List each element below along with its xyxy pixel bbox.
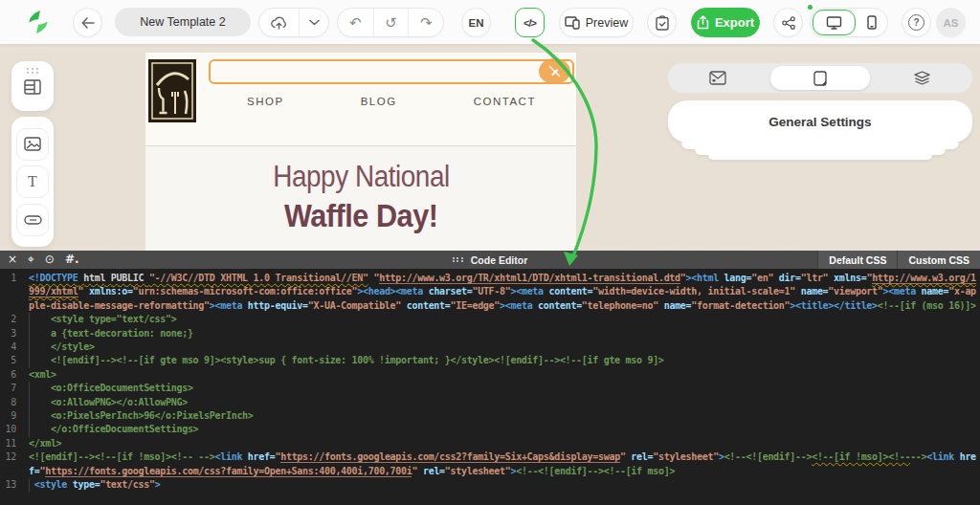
save-to-cloud-button[interactable] bbox=[259, 9, 300, 36]
app-window: ↶ ↺ ↷ EN </> Preview Export bbox=[0, 0, 980, 505]
line-number: 5 bbox=[0, 354, 29, 367]
collapsed-card-stack bbox=[708, 155, 932, 160]
code-line[interactable]: 2 <style type="text/css"> bbox=[0, 313, 980, 326]
app-logo-icon[interactable] bbox=[27, 10, 50, 34]
line-number: 3 bbox=[0, 327, 29, 340]
email-header-section: SHOP BLOG CONTACT bbox=[145, 53, 576, 145]
custom-css-button[interactable]: Custom CSS bbox=[897, 251, 980, 269]
content-blocks-card: T bbox=[11, 117, 54, 247]
tab-message-settings[interactable] bbox=[668, 63, 768, 93]
settings-panel: General Settings bbox=[668, 63, 972, 160]
email-template: SHOP BLOG CONTACT Happy National Waffle … bbox=[145, 53, 576, 251]
code-line[interactable]: 12<![endif]--><!--[if !mso]><!-- --><lin… bbox=[0, 450, 980, 478]
text-icon: T bbox=[28, 173, 37, 190]
edit-disabled-badge bbox=[539, 58, 570, 84]
chevron-down-icon bbox=[309, 19, 320, 26]
line-number: 12 bbox=[0, 450, 29, 478]
code-lines[interactable]: 1<!DOCTYPE html PUBLIC "-//W3C//DTD XHTM… bbox=[0, 269, 980, 493]
code-editor-panel: × ⌖ ⊙ #. Code Editor Default CSS Custom … bbox=[0, 251, 980, 505]
locate-target-icon[interactable]: ⌖ bbox=[28, 251, 34, 269]
general-settings-accordion[interactable]: General Settings bbox=[668, 100, 972, 143]
test-email-button[interactable] bbox=[647, 8, 677, 37]
drag-handle-icon bbox=[453, 257, 464, 263]
email-hero-section: Happy National Waffle Day! bbox=[145, 145, 576, 251]
image-icon bbox=[24, 137, 41, 151]
layers-icon bbox=[914, 71, 930, 85]
code-line[interactable]: 4 </style> bbox=[0, 340, 980, 354]
button-icon bbox=[24, 215, 42, 225]
code-line[interactable]: 10 </o:OfficeDocumentSettings> bbox=[0, 423, 980, 436]
code-line[interactable]: 13 <style type="text/css"> bbox=[0, 478, 980, 492]
pencil-off-icon bbox=[548, 65, 561, 77]
button-block-button[interactable] bbox=[16, 204, 49, 236]
back-button[interactable] bbox=[73, 8, 102, 37]
tab-appearance-settings[interactable] bbox=[770, 66, 871, 90]
general-settings-title: General Settings bbox=[768, 115, 871, 129]
user-avatar[interactable]: AS bbox=[936, 8, 966, 37]
code-line[interactable]: 8 <o:AllowPNG></o:AllowPNG> bbox=[0, 396, 980, 409]
save-options-dropdown[interactable] bbox=[300, 9, 328, 36]
back-arrow-icon bbox=[81, 17, 95, 29]
version-history-button[interactable]: ↺ bbox=[373, 9, 409, 36]
history-button-group: ↶ ↺ ↷ bbox=[337, 8, 444, 37]
code-editor-title: Code Editor bbox=[471, 254, 528, 266]
code-editor-toggle-button[interactable]: </> bbox=[515, 8, 545, 37]
top-toolbar: ↶ ↺ ↷ EN </> Preview Export bbox=[0, 0, 980, 44]
nav-link-blog[interactable]: BLOG bbox=[361, 96, 397, 107]
line-number: 7 bbox=[0, 382, 29, 395]
line-number: 4 bbox=[0, 340, 29, 354]
clipboard-check-icon bbox=[656, 15, 669, 31]
blocks-panel-card[interactable] bbox=[11, 61, 54, 111]
export-button[interactable]: Export bbox=[691, 8, 760, 37]
help-button[interactable]: ? bbox=[902, 8, 931, 37]
template-name-input[interactable] bbox=[115, 8, 251, 36]
export-icon bbox=[697, 15, 709, 30]
line-number: 10 bbox=[0, 423, 29, 436]
language-button[interactable]: EN bbox=[461, 8, 491, 37]
hero-heading-line2[interactable]: Waffle Day! bbox=[284, 197, 438, 234]
appearance-icon bbox=[813, 71, 827, 86]
code-line[interactable]: 6<xml> bbox=[0, 368, 980, 382]
code-line[interactable]: 3 a {text-decoration: none;} bbox=[0, 327, 980, 340]
mobile-view-button[interactable] bbox=[856, 15, 887, 30]
default-css-button[interactable]: Default CSS bbox=[817, 251, 897, 269]
hero-heading-line1[interactable]: Happy National bbox=[273, 160, 449, 194]
code-editor-header: × ⌖ ⊙ #. Code Editor Default CSS Custom … bbox=[0, 251, 980, 269]
editor-canvas: T bbox=[0, 44, 980, 251]
device-mode-group bbox=[810, 8, 888, 37]
code-line[interactable]: 7 <o:OfficeDocumentSettings> bbox=[0, 382, 980, 395]
email-nav-menu: SHOP BLOG CONTACT bbox=[209, 96, 574, 107]
code-line[interactable]: 1<!DOCTYPE html PUBLIC "-//W3C//DTD XHTM… bbox=[0, 272, 980, 313]
code-line[interactable]: 9 <o:PixelsPerInch>96</o:PixelsPerInch> bbox=[0, 409, 980, 423]
brand-logo-image[interactable] bbox=[148, 59, 196, 122]
image-block-button[interactable] bbox=[16, 128, 49, 161]
code-line[interactable]: 11</xml> bbox=[0, 437, 980, 450]
save-button-group bbox=[258, 8, 329, 37]
line-number: 9 bbox=[0, 409, 29, 423]
nav-link-contact[interactable]: CONTACT bbox=[474, 96, 536, 107]
monitor-icon bbox=[826, 16, 842, 30]
share-button[interactable] bbox=[773, 8, 803, 37]
focus-element-icon[interactable]: ⊙ bbox=[45, 251, 55, 269]
line-anchor-icon[interactable]: #. bbox=[65, 251, 79, 269]
export-label: Export bbox=[715, 15, 754, 30]
close-icon[interactable]: × bbox=[8, 251, 17, 269]
nav-link-shop[interactable]: SHOP bbox=[247, 96, 284, 107]
tab-layers[interactable] bbox=[872, 63, 972, 93]
desktop-view-button[interactable] bbox=[813, 10, 856, 35]
smartphone-icon bbox=[867, 15, 877, 30]
line-number: 8 bbox=[0, 396, 29, 409]
text-block-button[interactable]: T bbox=[16, 165, 49, 198]
undo-button[interactable]: ↶ bbox=[338, 9, 373, 36]
share-nodes-icon bbox=[782, 16, 795, 30]
device-mode-indicator-dot bbox=[808, 5, 813, 10]
cloud-upload-icon bbox=[270, 15, 288, 31]
line-number: 2 bbox=[0, 313, 29, 326]
code-line[interactable]: 5 <![endif]--><!--[if gte mso 9]><style>… bbox=[0, 354, 980, 367]
question-icon: ? bbox=[908, 14, 924, 31]
redo-button[interactable]: ↷ bbox=[408, 9, 443, 36]
settings-tabs bbox=[668, 63, 972, 93]
line-number: 1 bbox=[0, 272, 29, 313]
selected-empty-block[interactable] bbox=[209, 59, 574, 84]
preview-button[interactable]: Preview bbox=[559, 8, 634, 37]
